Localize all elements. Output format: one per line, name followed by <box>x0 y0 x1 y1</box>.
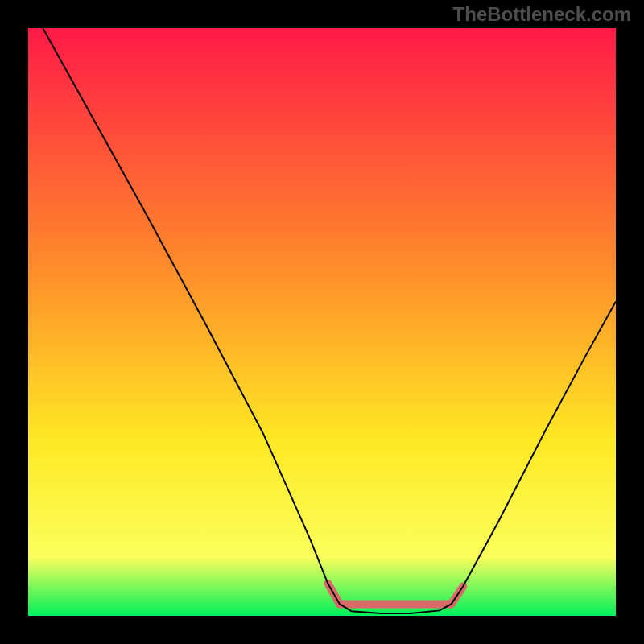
bottleneck-chart <box>0 0 644 644</box>
watermark-text: TheBottleneck.com <box>453 3 631 26</box>
plot-background <box>28 28 616 616</box>
chart-container: TheBottleneck.com <box>0 0 644 644</box>
